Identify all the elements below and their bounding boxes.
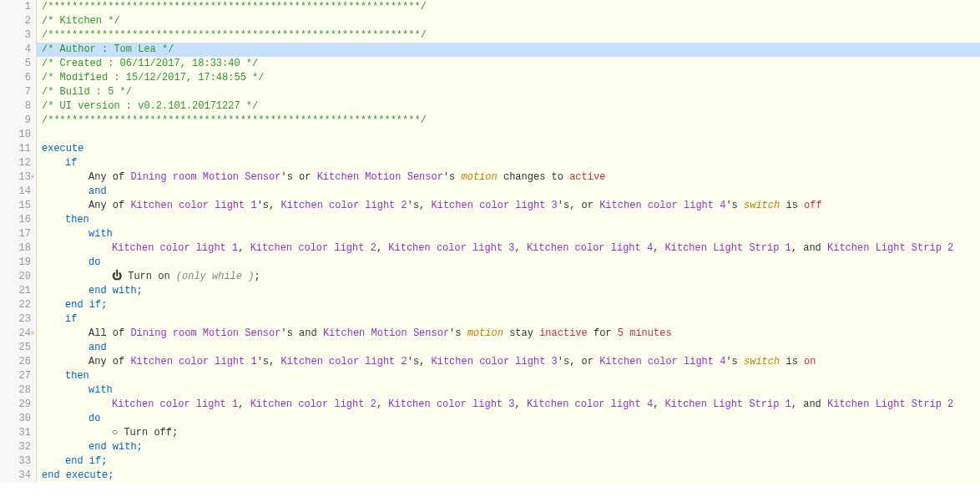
code-line[interactable]: end if; (37, 454, 980, 469)
code-line[interactable]: /* Created : 06/11/2017, 18:33:40 */ (37, 57, 980, 71)
code-line[interactable]: and (37, 185, 980, 199)
line-number: 18 (0, 241, 31, 256)
line-number: 26 (0, 355, 31, 369)
line-number: 28 (0, 383, 31, 398)
code-line[interactable]: All of Dining room Motion Sensor's and K… (37, 327, 980, 341)
line-number: 17 (0, 227, 31, 241)
line-number: 1 (0, 0, 31, 14)
code-line[interactable]: Any of Dining room Motion Sensor's or Ki… (37, 170, 980, 185)
code-line[interactable]: do (37, 256, 980, 270)
code-line[interactable]: if (37, 156, 980, 170)
line-number: 4 (0, 43, 31, 57)
code-line[interactable]: end if; (37, 298, 980, 312)
code-line[interactable]: then (37, 213, 980, 227)
code-line[interactable]: end with; (37, 440, 980, 454)
code-line[interactable]: ⏻ Turn on (only while ); (37, 270, 980, 284)
line-number: 24⚡ (0, 327, 31, 341)
code-line[interactable]: if (37, 312, 980, 327)
bolt-icon: ⚡ (30, 327, 35, 341)
line-number: 21 (0, 284, 31, 298)
line-number: 22 (0, 298, 31, 312)
line-number: 13⚡ (0, 170, 31, 185)
code-line[interactable]: with (37, 227, 980, 241)
line-number: 11 (0, 142, 31, 156)
line-gutter: 1 2 3 4 5 6 7 8 9 10 11 12 13⚡ 14 15 16 … (0, 0, 37, 483)
line-number: 20 (0, 270, 31, 284)
line-number: 8 (0, 99, 31, 114)
line-number: 9 (0, 114, 31, 128)
code-line[interactable]: Any of Kitchen color light 1's, Kitchen … (37, 355, 980, 369)
code-line[interactable]: end execute; (37, 469, 980, 483)
line-number: 23 (0, 312, 31, 327)
code-line[interactable]: /* Kitchen */ (37, 14, 980, 28)
line-number: 32 (0, 440, 31, 454)
code-line[interactable]: then (37, 369, 980, 383)
bolt-icon: ⚡ (30, 170, 35, 185)
line-number: 27 (0, 369, 31, 383)
line-number: 31 (0, 426, 31, 440)
code-line[interactable]: Kitchen color light 1, Kitchen color lig… (37, 241, 980, 256)
code-line[interactable]: /* Build : 5 */ (37, 85, 980, 99)
line-number: 2 (0, 14, 31, 28)
code-line[interactable]: and (37, 341, 980, 355)
line-number: 12 (0, 156, 31, 170)
line-number: 10 (0, 128, 31, 142)
code-line[interactable] (37, 128, 980, 142)
line-number: 5 (0, 57, 31, 71)
line-number: 29 (0, 398, 31, 412)
code-line[interactable]: /***************************************… (37, 0, 980, 14)
line-number: 3 (0, 28, 31, 43)
code-line[interactable]: /* UI version : v0.2.101.20171227 */ (37, 99, 980, 114)
line-number: 6 (0, 71, 31, 85)
line-number: 14 (0, 185, 31, 199)
code-line[interactable]: /* Modified : 15/12/2017, 17:48:55 */ (37, 71, 980, 85)
code-line[interactable]: ○ Turn off; (37, 426, 980, 440)
code-line[interactable]: /***************************************… (37, 28, 980, 43)
code-line[interactable]: end with; (37, 284, 980, 298)
code-line[interactable]: Any of Kitchen color light 1's, Kitchen … (37, 199, 980, 213)
code-line[interactable]: do (37, 412, 980, 426)
line-number: 25 (0, 341, 31, 355)
line-number: 16 (0, 213, 31, 227)
line-number: 15 (0, 199, 31, 213)
code-line[interactable]: Kitchen color light 1, Kitchen color lig… (37, 398, 980, 412)
code-line-highlighted[interactable]: /* Author : Tom Lea */ (37, 43, 980, 57)
code-line[interactable]: with (37, 383, 980, 398)
power-icon: ⏻ (112, 271, 122, 282)
line-number: 30 (0, 412, 31, 426)
line-number: 34 (0, 469, 31, 483)
code-editor[interactable]: 1 2 3 4 5 6 7 8 9 10 11 12 13⚡ 14 15 16 … (0, 0, 980, 483)
code-pane[interactable]: /***************************************… (37, 0, 980, 483)
code-line[interactable]: execute (37, 142, 980, 156)
line-number: 7 (0, 85, 31, 99)
code-line[interactable]: /***************************************… (37, 114, 980, 128)
line-number: 33 (0, 454, 31, 469)
line-number: 19 (0, 256, 31, 270)
